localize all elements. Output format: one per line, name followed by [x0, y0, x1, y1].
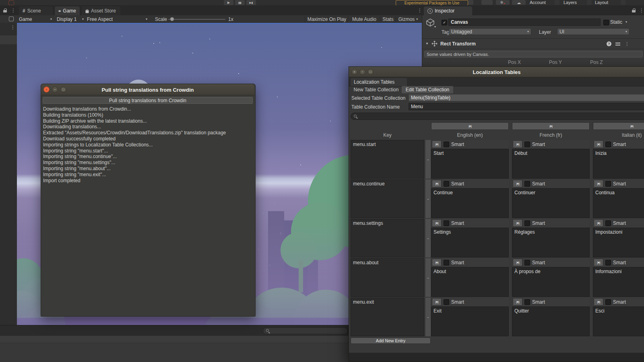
experimental-packages-badge[interactable]: Experimental Packages In Use	[396, 0, 468, 6]
object-name-field[interactable]: Canvas	[448, 19, 601, 26]
left-strip-menu-icon[interactable]: ⋮	[10, 25, 15, 30]
popout-icon[interactable]	[9, 16, 14, 21]
active-checkbox[interactable]: ✓	[442, 20, 447, 25]
metadata-button[interactable]: {●}	[513, 259, 522, 266]
game-menu-dropdown[interactable]: Game▾	[19, 16, 52, 22]
metadata-button[interactable]: {●}	[594, 259, 603, 266]
metadata-button[interactable]: {●}	[432, 259, 442, 266]
scale-slider-thumb[interactable]	[170, 17, 174, 21]
localization-titlebar[interactable]: × − □ Localization Tables	[349, 67, 644, 77]
component-help-icon[interactable]: ?	[607, 41, 611, 46]
localization-tab[interactable]: Localization Tables	[351, 78, 407, 86]
translation-cell[interactable]: Continuer	[512, 188, 590, 218]
collection-name-field[interactable]: Menu	[409, 103, 644, 110]
dialog-maximize-button[interactable]: □	[60, 86, 66, 93]
experimental-dropdown[interactable]	[468, 0, 473, 5]
play-button[interactable]: ▶	[224, 0, 233, 5]
edit-table-collection-button[interactable]: Edit Table Collection	[402, 86, 453, 93]
localization-maximize-button[interactable]: □	[367, 69, 374, 75]
component-menu-icon[interactable]: ⋮	[625, 41, 630, 46]
metadata-button[interactable]: {●}	[432, 180, 442, 187]
scale-slider-track[interactable]	[168, 19, 225, 20]
selected-collection-field[interactable]: Menu(StringTable)	[409, 94, 644, 101]
metadata-button[interactable]: {●}	[513, 140, 522, 148]
metadata-button[interactable]: {●}	[594, 140, 603, 148]
remove-entry-button[interactable]: -	[427, 236, 429, 241]
translation-cell[interactable]: Impostazioni	[593, 228, 644, 257]
new-table-collection-button[interactable]: New Table Collection	[351, 86, 402, 93]
translation-cell[interactable]: Quitter	[512, 306, 590, 336]
locale-column-label[interactable]: English (en)	[431, 131, 509, 139]
translation-cell[interactable]: Esci	[593, 306, 644, 336]
foldout-icon[interactable]: ▼	[425, 42, 429, 45]
layout-dropdown[interactable]: Layout	[595, 0, 625, 5]
game-panel-menu-icon[interactable]: ⋮	[417, 8, 422, 13]
rect-transform-header[interactable]: ▼ Rect Transform ? ⋮	[422, 39, 644, 49]
localization-close-button[interactable]: ×	[351, 69, 357, 75]
translation-cell[interactable]: À propos de	[512, 267, 590, 297]
step-button[interactable]: ▶▮	[246, 0, 256, 5]
key-cell[interactable]: menu.start	[351, 140, 424, 179]
tab-game[interactable]: Game	[55, 6, 80, 15]
static-dropdown-arrow[interactable]: ▾	[625, 20, 627, 24]
metadata-button[interactable]: {●}	[594, 219, 603, 227]
pause-button[interactable]: ▮▮	[235, 0, 245, 5]
key-cell[interactable]: menu.exit	[351, 298, 424, 336]
cloud-button[interactable]: ☁	[512, 0, 526, 5]
smart-checkbox[interactable]	[444, 181, 449, 187]
smart-checkbox[interactable]	[524, 299, 530, 305]
key-cell[interactable]: menu.continue	[351, 179, 424, 218]
locale-column-label[interactable]: French (fr)	[512, 131, 590, 139]
locale-column-button[interactable]: {●}	[512, 122, 590, 130]
localization-minimize-button[interactable]: −	[359, 69, 365, 75]
dialog-titlebar[interactable]: × − □ Pull string translations from Crow…	[41, 84, 254, 95]
left-strip-selected-item[interactable]	[0, 35, 17, 44]
locale-column-label[interactable]: Italian (it)	[593, 131, 644, 139]
panel-menu-icon[interactable]: ⋮	[11, 8, 16, 13]
pull-translations-button[interactable]: Pull string translations from Crowdin	[43, 97, 253, 104]
lock-icon[interactable]	[3, 8, 7, 13]
dialog-close-button[interactable]: ×	[43, 86, 50, 93]
component-presets-icon[interactable]	[615, 42, 620, 46]
static-checkbox[interactable]	[603, 20, 609, 25]
translation-cell[interactable]: Réglages	[512, 228, 590, 257]
key-cell[interactable]: menu.about	[351, 258, 424, 297]
maximize-on-play-toggle[interactable]: Maximize On Play	[307, 15, 347, 23]
translation-cell[interactable]: Settings	[431, 228, 509, 257]
metadata-button[interactable]: {●}	[432, 140, 442, 148]
tab-inspector[interactable]: i Inspector	[424, 6, 472, 15]
smart-checkbox[interactable]	[605, 260, 611, 265]
translation-cell[interactable]: About	[431, 267, 509, 297]
metadata-button[interactable]: {●}	[513, 298, 522, 306]
smart-checkbox[interactable]	[605, 181, 611, 187]
gameobject-icon-arrow[interactable]: ▾	[434, 25, 436, 29]
smart-checkbox[interactable]	[444, 299, 449, 305]
smart-checkbox[interactable]	[605, 220, 611, 226]
translation-cell[interactable]: Continue	[431, 188, 509, 218]
translation-cell[interactable]: Inizia	[593, 149, 644, 179]
metadata-button[interactable]: {●}	[513, 180, 522, 187]
smart-checkbox[interactable]	[605, 142, 611, 147]
dialog-minimize-button[interactable]: −	[52, 86, 58, 93]
tag-dropdown[interactable]: Untagged▾	[449, 28, 531, 35]
undo-history-button[interactable]	[481, 0, 493, 5]
rect-tool-icon[interactable]	[8, 0, 14, 5]
smart-checkbox[interactable]	[524, 220, 530, 226]
inspector-menu-icon[interactable]: ⋮	[639, 8, 644, 13]
smart-checkbox[interactable]	[524, 142, 530, 147]
display-dropdown[interactable]: Display 1▾	[57, 16, 84, 22]
collab-button[interactable]: ✼ ✕	[496, 0, 510, 5]
metadata-button[interactable]: {●}	[432, 298, 442, 306]
locale-column-button[interactable]: {●}	[431, 122, 509, 130]
translation-cell[interactable]: Start	[431, 149, 509, 179]
key-cell[interactable]: menu.settings	[351, 219, 424, 257]
account-dropdown[interactable]: Account	[530, 0, 559, 5]
table-search-field[interactable]	[351, 113, 644, 120]
smart-checkbox[interactable]	[444, 260, 449, 265]
layer-dropdown[interactable]: UI▾	[557, 28, 630, 35]
stats-toggle[interactable]: Stats	[381, 15, 395, 23]
gizmos-dropdown[interactable]: Gizmos▾	[396, 15, 420, 23]
translation-cell[interactable]: Exit	[431, 306, 509, 336]
smart-checkbox[interactable]	[524, 260, 530, 265]
smart-checkbox[interactable]	[524, 181, 530, 187]
